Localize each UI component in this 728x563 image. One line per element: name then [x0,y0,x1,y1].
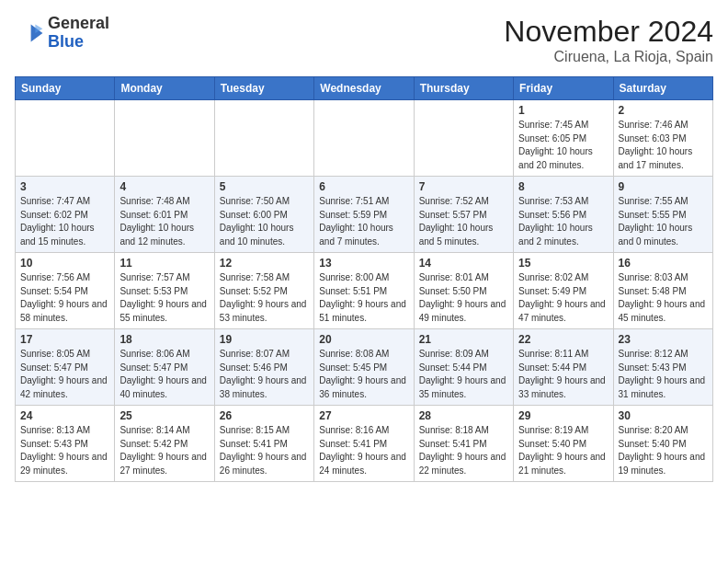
logo-general: General [48,15,109,33]
day-info: Sunrise: 8:03 AM Sunset: 5:48 PM Dayligh… [619,271,708,325]
day-number: 7 [419,180,508,193]
day-cell: 23Sunrise: 8:12 AM Sunset: 5:43 PM Dayli… [613,329,712,406]
day-number: 11 [119,257,209,270]
day-number: 10 [20,257,109,270]
weekday-header-row: SundayMondayTuesdayWednesdayThursdayFrid… [16,77,713,100]
month-title: November 2024 [504,15,713,49]
day-cell: 3Sunrise: 7:47 AM Sunset: 6:02 PM Daylig… [16,177,115,253]
day-cell [314,100,414,177]
day-info: Sunrise: 8:13 AM Sunset: 5:43 PM Dayligh… [20,424,109,477]
day-info: Sunrise: 8:14 AM Sunset: 5:42 PM Dayligh… [119,424,209,477]
day-cell: 25Sunrise: 8:14 AM Sunset: 5:42 PM Dayli… [115,406,214,482]
day-cell: 21Sunrise: 8:09 AM Sunset: 5:44 PM Dayli… [414,329,513,406]
day-cell: 26Sunrise: 8:15 AM Sunset: 5:41 PM Dayli… [214,406,313,482]
day-cell: 20Sunrise: 8:08 AM Sunset: 5:45 PM Dayli… [314,329,414,406]
day-info: Sunrise: 7:53 AM Sunset: 5:56 PM Dayligh… [518,195,608,248]
day-info: Sunrise: 7:47 AM Sunset: 6:02 PM Dayligh… [20,195,109,248]
day-number: 5 [220,180,309,193]
day-number: 23 [619,333,708,346]
day-info: Sunrise: 7:51 AM Sunset: 5:59 PM Dayligh… [319,195,408,248]
day-number: 24 [20,409,109,422]
day-info: Sunrise: 7:45 AM Sunset: 6:05 PM Dayligh… [518,119,608,172]
day-cell: 2Sunrise: 7:46 AM Sunset: 6:03 PM Daylig… [613,100,712,177]
day-cell [16,100,115,177]
day-info: Sunrise: 8:20 AM Sunset: 5:40 PM Dayligh… [619,424,708,477]
header: General Blue November 2024 Ciruena, La R… [15,15,713,65]
day-number: 3 [20,180,109,193]
day-number: 15 [518,257,608,270]
day-cell: 24Sunrise: 8:13 AM Sunset: 5:43 PM Dayli… [16,406,115,482]
day-number: 22 [518,333,608,346]
day-cell: 18Sunrise: 8:06 AM Sunset: 5:47 PM Dayli… [115,329,214,406]
day-number: 28 [419,409,508,422]
day-number: 26 [220,409,309,422]
day-cell: 28Sunrise: 8:18 AM Sunset: 5:41 PM Dayli… [414,406,513,482]
day-cell: 9Sunrise: 7:55 AM Sunset: 5:55 PM Daylig… [613,177,712,253]
logo: General Blue [15,15,109,52]
day-info: Sunrise: 8:19 AM Sunset: 5:40 PM Dayligh… [518,424,608,477]
day-number: 8 [518,180,608,193]
location: Ciruena, La Rioja, Spain [504,49,713,65]
day-number: 14 [419,257,508,270]
day-info: Sunrise: 8:11 AM Sunset: 5:44 PM Dayligh… [518,348,608,401]
day-number: 18 [119,333,209,346]
weekday-header-wednesday: Wednesday [314,77,414,100]
day-cell [115,100,214,177]
day-info: Sunrise: 8:00 AM Sunset: 5:51 PM Dayligh… [319,271,408,325]
day-cell: 17Sunrise: 8:05 AM Sunset: 5:47 PM Dayli… [16,329,115,406]
day-number: 20 [319,333,408,346]
day-number: 17 [20,333,109,346]
week-row-3: 10Sunrise: 7:56 AM Sunset: 5:54 PM Dayli… [16,253,713,329]
day-cell: 13Sunrise: 8:00 AM Sunset: 5:51 PM Dayli… [314,253,414,329]
day-cell: 29Sunrise: 8:19 AM Sunset: 5:40 PM Dayli… [514,406,613,482]
day-info: Sunrise: 8:02 AM Sunset: 5:49 PM Dayligh… [518,271,608,325]
day-number: 1 [518,104,608,117]
day-number: 4 [119,180,209,193]
day-cell: 7Sunrise: 7:52 AM Sunset: 5:57 PM Daylig… [414,177,513,253]
day-number: 2 [619,104,708,117]
weekday-header-sunday: Sunday [16,77,115,100]
day-number: 29 [518,409,608,422]
day-info: Sunrise: 8:07 AM Sunset: 5:46 PM Dayligh… [220,348,309,401]
day-number: 6 [319,180,408,193]
day-cell: 22Sunrise: 8:11 AM Sunset: 5:44 PM Dayli… [514,329,613,406]
day-number: 12 [220,257,309,270]
week-row-4: 17Sunrise: 8:05 AM Sunset: 5:47 PM Dayli… [16,329,713,406]
day-info: Sunrise: 8:06 AM Sunset: 5:47 PM Dayligh… [119,348,209,401]
week-row-1: 1Sunrise: 7:45 AM Sunset: 6:05 PM Daylig… [16,100,713,177]
weekday-header-tuesday: Tuesday [214,77,313,100]
day-number: 19 [220,333,309,346]
weekday-header-friday: Friday [514,77,613,100]
day-info: Sunrise: 7:58 AM Sunset: 5:52 PM Dayligh… [220,271,309,325]
day-cell: 8Sunrise: 7:53 AM Sunset: 5:56 PM Daylig… [514,177,613,253]
title-block: November 2024 Ciruena, La Rioja, Spain [504,15,713,65]
day-cell: 16Sunrise: 8:03 AM Sunset: 5:48 PM Dayli… [613,253,712,329]
day-info: Sunrise: 8:12 AM Sunset: 5:43 PM Dayligh… [619,348,708,401]
day-info: Sunrise: 8:09 AM Sunset: 5:44 PM Dayligh… [419,348,508,401]
day-cell [214,100,313,177]
logo-icon [15,18,44,48]
day-info: Sunrise: 7:55 AM Sunset: 5:55 PM Dayligh… [619,195,708,248]
day-cell: 4Sunrise: 7:48 AM Sunset: 6:01 PM Daylig… [115,177,214,253]
day-info: Sunrise: 8:18 AM Sunset: 5:41 PM Dayligh… [419,424,508,477]
weekday-header-saturday: Saturday [613,77,712,100]
day-cell: 15Sunrise: 8:02 AM Sunset: 5:49 PM Dayli… [514,253,613,329]
day-info: Sunrise: 7:50 AM Sunset: 6:00 PM Dayligh… [220,195,309,248]
day-number: 13 [319,257,408,270]
day-info: Sunrise: 8:16 AM Sunset: 5:41 PM Dayligh… [319,424,408,477]
day-info: Sunrise: 8:08 AM Sunset: 5:45 PM Dayligh… [319,348,408,401]
day-number: 30 [619,409,708,422]
day-number: 27 [319,409,408,422]
weekday-header-monday: Monday [115,77,214,100]
logo-blue: Blue [48,33,109,52]
day-info: Sunrise: 8:15 AM Sunset: 5:41 PM Dayligh… [220,424,309,477]
weekday-header-thursday: Thursday [414,77,513,100]
day-info: Sunrise: 7:52 AM Sunset: 5:57 PM Dayligh… [419,195,508,248]
week-row-5: 24Sunrise: 8:13 AM Sunset: 5:43 PM Dayli… [16,406,713,482]
day-info: Sunrise: 7:56 AM Sunset: 5:54 PM Dayligh… [20,271,109,325]
day-info: Sunrise: 7:57 AM Sunset: 5:53 PM Dayligh… [119,271,209,325]
day-info: Sunrise: 8:05 AM Sunset: 5:47 PM Dayligh… [20,348,109,401]
day-info: Sunrise: 8:01 AM Sunset: 5:50 PM Dayligh… [419,271,508,325]
day-cell: 5Sunrise: 7:50 AM Sunset: 6:00 PM Daylig… [214,177,313,253]
day-cell: 19Sunrise: 8:07 AM Sunset: 5:46 PM Dayli… [214,329,313,406]
